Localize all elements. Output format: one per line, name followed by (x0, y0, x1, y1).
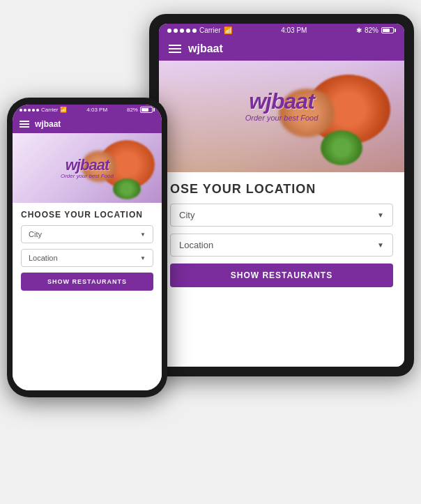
phone-wifi-icon: 📶 (60, 107, 67, 113)
phone-logo-wrap: wjbaat Order your best Food (61, 158, 114, 179)
phone-food-blob-3 (113, 178, 141, 199)
tablet-time: 4:03 PM (281, 26, 307, 34)
tablet-screen: Carrier 📶 4:03 PM ✱ 82% wjb (159, 24, 404, 367)
tablet-carrier: Carrier (199, 26, 221, 34)
phone-content: CHOOSE YOUR LOCATION City ▼ Location ▼ S… (13, 203, 162, 390)
tablet-food-blob-3 (321, 130, 362, 165)
phone-navbar: wjbaat (13, 115, 162, 133)
phone-screen: Carrier 📶 4:03 PM 82% wjbaat (13, 105, 162, 390)
phone-choose-title: CHOOSE YOUR LOCATION (21, 210, 153, 220)
phone-logo-sub: Order your best Food (61, 173, 114, 179)
phone-carrier: Carrier (41, 107, 58, 113)
tablet-location-label: Location (179, 240, 213, 250)
tablet-wifi-icon: 📶 (224, 26, 232, 34)
scene: Carrier 📶 4:03 PM ✱ 82% wjb (0, 0, 421, 504)
tablet-device: Carrier 📶 4:03 PM ✱ 82% wjb (149, 14, 414, 376)
phone-location-arrow: ▼ (140, 255, 146, 261)
tablet-city-arrow: ▼ (377, 211, 384, 219)
tablet-location-arrow: ▼ (377, 241, 384, 249)
tablet-statusbar: Carrier 📶 4:03 PM ✱ 82% (159, 24, 404, 37)
tablet-logo-text: wjbaat (245, 90, 319, 112)
phone-location-dropdown[interactable]: Location ▼ (21, 249, 153, 267)
phone-battery-pct: 82% (127, 107, 138, 113)
phone-time: 4:03 PM (86, 107, 107, 113)
tablet-content: OSE YOUR LOCATION City ▼ Location ▼ SHOW… (159, 172, 404, 367)
phone-menu-icon[interactable] (20, 121, 29, 128)
tablet-bluetooth-icon: ✱ (356, 26, 362, 34)
phone-signal-dots (20, 109, 39, 112)
tablet-battery-pct: 82% (365, 26, 378, 34)
tablet-navbar: wjbaat (159, 37, 404, 61)
phone-city-dropdown[interactable]: City ▼ (21, 225, 153, 243)
tablet-menu-icon[interactable] (169, 45, 181, 53)
tablet-signal-dots (167, 29, 197, 33)
phone-battery-icon (140, 107, 155, 113)
tablet-show-restaurants-button[interactable]: SHOW RESTAURANTS (170, 264, 393, 287)
tablet-logo-wrap: wjbaat Order your best Food (245, 90, 319, 122)
tablet-choose-title: OSE YOUR LOCATION (170, 182, 393, 197)
phone-app-title: wjbaat (35, 119, 61, 129)
phone-statusbar: Carrier 📶 4:03 PM 82% (13, 105, 162, 115)
tablet-hero: wjbaat Order your best Food (159, 61, 404, 172)
phone-device: Carrier 📶 4:03 PM 82% wjbaat (7, 98, 167, 397)
phone-hero: wjbaat Order your best Food (13, 133, 162, 203)
tablet-logo-sub: Order your best Food (245, 114, 319, 122)
tablet-city-label: City (179, 210, 194, 220)
phone-location-label: Location (29, 254, 58, 262)
tablet-city-dropdown[interactable]: City ▼ (170, 204, 393, 227)
tablet-battery-icon (381, 27, 396, 33)
phone-show-restaurants-button[interactable]: SHOW RESTAURANTS (21, 273, 153, 291)
tablet-location-dropdown[interactable]: Location ▼ (170, 234, 393, 257)
phone-city-arrow: ▼ (140, 231, 146, 238)
tablet-app-title: wjbaat (188, 43, 223, 55)
phone-city-label: City (29, 230, 42, 238)
phone-logo-text: wjbaat (61, 158, 114, 173)
